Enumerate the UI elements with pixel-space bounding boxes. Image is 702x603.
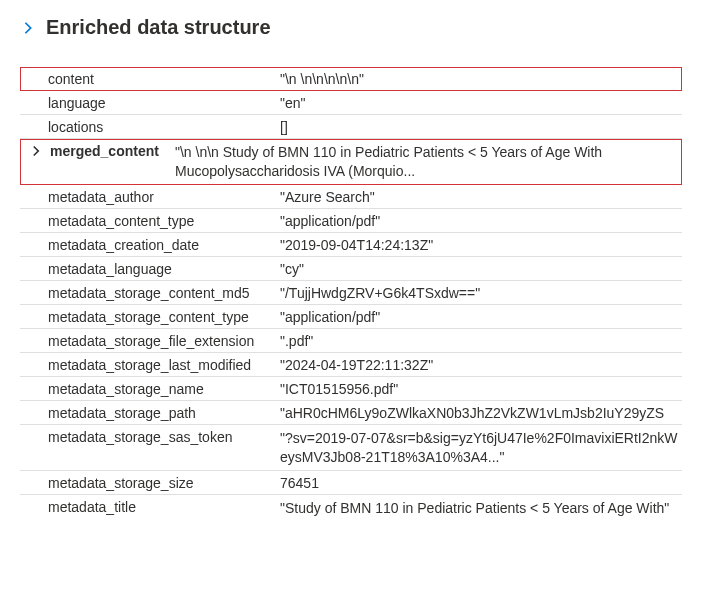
field-key: metadata_storage_sas_token bbox=[20, 429, 280, 445]
field-row[interactable]: metadata_storage_path "aHR0cHM6Ly9oZWlka… bbox=[20, 401, 682, 425]
field-key: metadata_storage_path bbox=[20, 405, 280, 421]
field-row[interactable]: metadata_storage_content_type "applicati… bbox=[20, 305, 682, 329]
field-key: metadata_title bbox=[20, 499, 280, 515]
field-value: "Study of BMN 110 in Pediatric Patients … bbox=[280, 499, 682, 518]
field-key: metadata_storage_file_extension bbox=[20, 333, 280, 349]
field-row[interactable]: metadata_storage_size 76451 bbox=[20, 471, 682, 495]
field-row[interactable]: metadata_content_type "application/pdf" bbox=[20, 209, 682, 233]
field-key: metadata_storage_content_type bbox=[20, 309, 280, 325]
field-key: language bbox=[20, 95, 280, 111]
field-key: metadata_author bbox=[20, 189, 280, 205]
field-value: "\n \n\n Study of BMN 110 in Pediatric P… bbox=[175, 143, 682, 181]
field-key: metadata_content_type bbox=[20, 213, 280, 229]
field-row[interactable]: metadata_creation_date "2019-09-04T14:24… bbox=[20, 233, 682, 257]
field-value: "en" bbox=[280, 95, 682, 111]
field-value: [] bbox=[280, 119, 682, 135]
field-value: "2024-04-19T22:11:32Z" bbox=[280, 357, 682, 373]
field-value: "cy" bbox=[280, 261, 682, 277]
field-row[interactable]: metadata_storage_name "ICT01515956.pdf" bbox=[20, 377, 682, 401]
field-row-merged-content[interactable]: merged_content "\n \n\n Study of BMN 110… bbox=[20, 139, 682, 185]
field-key: content bbox=[20, 71, 280, 87]
section-header[interactable]: Enriched data structure bbox=[20, 16, 682, 39]
field-value: "2019-09-04T14:24:13Z" bbox=[280, 237, 682, 253]
chevron-right-icon[interactable] bbox=[28, 143, 44, 159]
field-value: "ICT01515956.pdf" bbox=[280, 381, 682, 397]
field-key: metadata_storage_size bbox=[20, 475, 280, 491]
field-key: merged_content bbox=[20, 143, 175, 159]
field-key: metadata_storage_last_modified bbox=[20, 357, 280, 373]
section-title: Enriched data structure bbox=[46, 16, 271, 39]
field-value: "application/pdf" bbox=[280, 309, 682, 325]
field-row[interactable]: metadata_storage_last_modified "2024-04-… bbox=[20, 353, 682, 377]
field-row[interactable]: metadata_author "Azure Search" bbox=[20, 185, 682, 209]
field-value: "\n \n\n\n\n\n" bbox=[280, 71, 682, 87]
field-row-content[interactable]: content "\n \n\n\n\n\n" bbox=[20, 67, 682, 91]
field-row[interactable]: metadata_title "Study of BMN 110 in Pedi… bbox=[20, 495, 682, 521]
field-key: metadata_storage_content_md5 bbox=[20, 285, 280, 301]
field-key: metadata_storage_name bbox=[20, 381, 280, 397]
field-row[interactable]: metadata_storage_content_md5 "/TujjHwdgZ… bbox=[20, 281, 682, 305]
field-row-locations[interactable]: locations [] bbox=[20, 115, 682, 139]
field-key-label: merged_content bbox=[50, 143, 159, 159]
field-value: ".pdf" bbox=[280, 333, 682, 349]
chevron-right-icon bbox=[20, 20, 36, 36]
field-value: "aHR0cHM6Ly9oZWlkaXN0b3JhZ2VkZW1vLmJsb2I… bbox=[280, 405, 682, 421]
field-row[interactable]: metadata_language "cy" bbox=[20, 257, 682, 281]
field-value: "application/pdf" bbox=[280, 213, 682, 229]
field-value: 76451 bbox=[280, 475, 682, 491]
field-row[interactable]: metadata_storage_sas_token "?sv=2019-07-… bbox=[20, 425, 682, 471]
field-row-language[interactable]: language "en" bbox=[20, 91, 682, 115]
field-value: "/TujjHwdgZRV+G6k4TSxdw==" bbox=[280, 285, 682, 301]
field-key: metadata_creation_date bbox=[20, 237, 280, 253]
field-value: "Azure Search" bbox=[280, 189, 682, 205]
data-structure-list: content "\n \n\n\n\n\n" language "en" lo… bbox=[20, 67, 682, 520]
field-key: metadata_language bbox=[20, 261, 280, 277]
field-key: locations bbox=[20, 119, 280, 135]
field-value: "?sv=2019-07-07&sr=b&sig=yzYt6jU47Ie%2F0… bbox=[280, 429, 682, 467]
field-row[interactable]: metadata_storage_file_extension ".pdf" bbox=[20, 329, 682, 353]
